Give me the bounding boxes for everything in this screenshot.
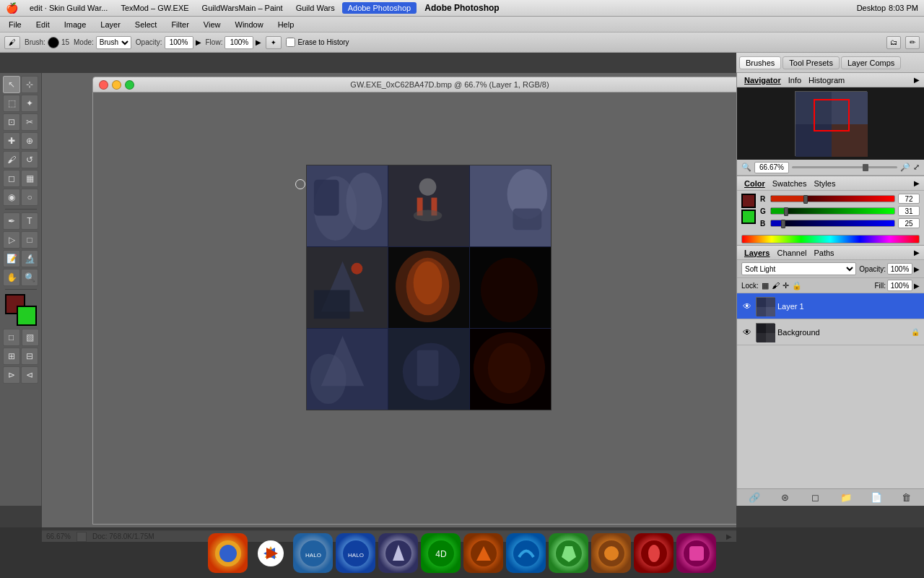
app-tab-3[interactable]: Guild Wars [290, 2, 341, 14]
dock-google[interactable] [250, 533, 290, 573]
background-visibility-icon[interactable]: 👁 [741, 327, 753, 338]
navigator-tab[interactable]: Navigator [741, 75, 784, 85]
b-slider[interactable] [770, 220, 895, 227]
airbrush-toggle[interactable]: ✦ [266, 36, 282, 49]
screen-mode-btn[interactable]: ⊞ [3, 348, 20, 365]
quick-mask-mode[interactable]: ▧ [22, 329, 39, 346]
navigator-menu-arrow[interactable]: ▶ [914, 76, 920, 84]
lock-transparent-icon[interactable]: ▦ [762, 281, 769, 290]
lock-position-icon[interactable]: ✛ [783, 281, 789, 290]
layer-link-icon[interactable]: 🔗 [747, 492, 762, 503]
layer1-visibility-icon[interactable]: 👁 [741, 301, 753, 312]
dock-app4[interactable]: 4D [421, 533, 461, 573]
zoom-input[interactable] [754, 162, 789, 173]
selection-tool[interactable]: ⊹ [21, 76, 38, 93]
magic-wand-tool[interactable]: ✦ [21, 95, 38, 112]
opacity-arrow[interactable]: ▶ [196, 38, 201, 46]
layers-tab[interactable]: Layers [741, 248, 772, 258]
tool-presets-panel-tab[interactable]: Tool Presets [783, 56, 840, 69]
channels-tab[interactable]: Channel [774, 248, 809, 258]
app-tab-2[interactable]: GuildWarsMain – Paint [196, 2, 289, 14]
minimize-button[interactable] [112, 80, 121, 90]
pen-tool[interactable]: ✒ [3, 212, 20, 230]
layer-item-background[interactable]: 👁 Background 🔒 [737, 319, 924, 345]
layer-mask-icon[interactable]: ◻ [808, 492, 822, 503]
tool-preset-picker[interactable]: 🖌 [4, 36, 20, 49]
type-tool[interactable]: T [21, 212, 38, 230]
layer-comps-panel-tab[interactable]: Layer Comps [841, 56, 901, 69]
new-layer-icon[interactable]: 📄 [869, 492, 884, 503]
r-value[interactable] [898, 194, 920, 204]
layer-item-layer1[interactable]: 👁 Layer 1 [737, 293, 924, 319]
flow-input[interactable] [225, 36, 253, 49]
dock-app9[interactable] [634, 533, 674, 573]
dock-app8[interactable] [591, 533, 631, 573]
eyedrop-tool[interactable]: 🔬 [21, 250, 38, 267]
zoom-tool[interactable]: 🔍 [21, 269, 38, 286]
menu-image[interactable]: Image [61, 19, 90, 30]
move-tool[interactable]: ↖ [3, 76, 20, 93]
fill-arrow[interactable]: ▶ [914, 282, 920, 290]
document-content[interactable] [92, 92, 736, 525]
color-menu-arrow[interactable]: ▶ [914, 179, 920, 187]
info-tab[interactable]: Info [785, 75, 804, 85]
blur-tool[interactable]: ◉ [3, 189, 20, 206]
nav-expand-icon[interactable]: ⤢ [913, 163, 920, 172]
menu-layer[interactable]: Layer [97, 19, 123, 30]
dock-app10[interactable] [676, 533, 716, 573]
bg-color-box[interactable] [741, 210, 756, 224]
brush-tool[interactable]: 🖌 [3, 151, 20, 168]
opacity-input[interactable] [165, 36, 193, 49]
maximize-button[interactable] [125, 80, 134, 90]
extra-tool-btn1[interactable]: 🗂 [886, 36, 901, 49]
fill-input[interactable] [887, 280, 912, 291]
hand-tool[interactable]: ✋ [3, 269, 20, 286]
g-value[interactable] [898, 206, 920, 216]
fg-color-box[interactable] [741, 194, 756, 208]
lasso-tool[interactable]: ⬚ [3, 95, 20, 112]
paths-tab[interactable]: Paths [811, 248, 837, 258]
lock-image-icon[interactable]: 🖌 [772, 281, 780, 290]
dock-app5[interactable] [463, 533, 503, 573]
menu-file[interactable]: File [6, 19, 25, 30]
shape-tool[interactable]: □ [21, 231, 38, 249]
dock-firefox[interactable] [208, 533, 248, 573]
slice-tool[interactable]: ✂ [21, 113, 38, 131]
annotation-tool[interactable]: 📝 [3, 250, 20, 267]
app-tab-0[interactable]: edit · Skin Guild War... [24, 2, 113, 14]
apple-menu[interactable]: 🍎 [6, 2, 18, 14]
menu-view[interactable]: View [201, 19, 224, 30]
r-thumb[interactable] [803, 195, 808, 204]
extra-tool-btn2[interactable]: ✏ [905, 36, 920, 49]
dock-halo1[interactable]: HALO [293, 533, 333, 573]
app-tab-1[interactable]: TexMod – GW.EXE [115, 2, 194, 14]
close-button[interactable] [99, 80, 108, 90]
extra-tool1[interactable]: ⊳ [3, 366, 20, 384]
erase-history-checkbox[interactable] [286, 38, 295, 47]
zoom-slider[interactable] [792, 166, 897, 168]
clone-tool[interactable]: ⊕ [21, 132, 38, 150]
color-spectrum-bar[interactable] [741, 235, 920, 243]
layers-menu-arrow[interactable]: ▶ [914, 249, 920, 256]
flow-arrow[interactable]: ▶ [256, 38, 261, 46]
path-tool[interactable]: ▷ [3, 231, 20, 249]
dodge-tool[interactable]: ○ [21, 189, 38, 206]
layer-effects-icon[interactable]: ⊛ [777, 492, 792, 503]
opacity-input[interactable] [887, 263, 912, 275]
swatches-tab[interactable]: Swatches [770, 178, 810, 189]
app-tab-4[interactable]: Adobe Photoshop [342, 2, 417, 14]
history-brush[interactable]: ↺ [21, 151, 38, 168]
zoom-in-icon[interactable]: 🔎 [900, 163, 910, 172]
background-color[interactable] [17, 306, 37, 326]
opacity-arrow[interactable]: ▶ [914, 265, 920, 273]
color-tab[interactable]: Color [741, 178, 768, 189]
navigator-preview[interactable] [737, 87, 924, 160]
extra-tool2[interactable]: ⊲ [21, 366, 38, 384]
dock-app6[interactable] [506, 533, 546, 573]
standard-mode[interactable]: □ [3, 329, 20, 346]
lock-all-icon[interactable]: 🔒 [792, 281, 802, 290]
blend-mode-select[interactable]: Soft Light [741, 262, 856, 275]
g-thumb[interactable] [784, 207, 788, 216]
r-slider[interactable] [770, 195, 895, 202]
menu-edit[interactable]: Edit [33, 19, 53, 30]
